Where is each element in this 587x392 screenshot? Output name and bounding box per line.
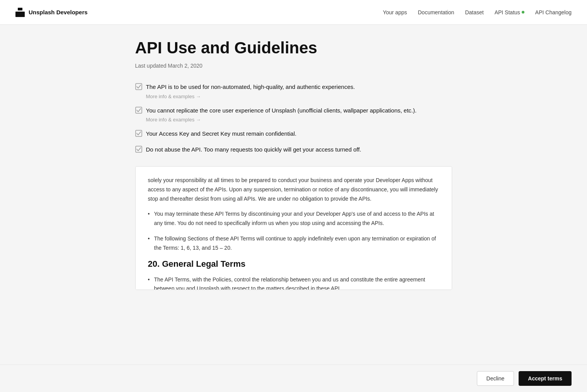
navbar: Unsplash Developers Your apps Documentat… [0,0,587,25]
api-status-dot [522,11,524,14]
checkbox-icon-3 [135,130,142,137]
nav-api-status-link[interactable]: API Status [495,9,520,15]
nav-api-status[interactable]: API Status [495,9,524,15]
terms-section-20-bullets: The API Terms, with the Policies, contro… [148,275,439,290]
nav-links: Your apps Documentation Dataset API Stat… [383,9,572,16]
page-title: API Use and Guidelines [135,39,452,57]
footer-buttons: Decline Accept terms [0,365,587,392]
more-info-link-2[interactable]: More info & examples → [146,117,452,123]
checklist-text-2: You cannot replicate the core user exper… [146,106,417,115]
checkbox-icon-4 [135,146,142,153]
checklist-item-1: The API is to be used for non-automated,… [135,83,452,99]
checklist-item-4: Do not abuse the API. Too many requests … [135,145,452,154]
terms-scrollbox[interactable]: solely your responsibility at all times … [135,166,452,290]
page-content: API Use and Guidelines Last updated Marc… [120,0,468,349]
decline-button[interactable]: Decline [477,371,514,386]
nav-api-changelog[interactable]: API Changelog [535,9,572,15]
checklist: The API is to be used for non-automated,… [135,83,452,154]
checklist-text-3: Your Access Key and Secret Key must rema… [146,130,297,138]
unsplash-logo-icon [15,8,25,17]
checkbox-icon-2 [135,107,142,114]
last-updated: Last updated March 2, 2020 [135,63,452,69]
terms-intro: solely your responsibility at all times … [148,176,439,203]
nav-documentation[interactable]: Documentation [418,9,454,15]
terms-bullets: You may terminate these API Terms by dis… [148,210,439,252]
checklist-row-3: Your Access Key and Secret Key must rema… [135,130,452,138]
checklist-row-1: The API is to be used for non-automated,… [135,83,452,92]
brand-logo[interactable]: Unsplash Developers [15,8,88,17]
svg-rect-1 [15,12,25,17]
checklist-item-2: You cannot replicate the core user exper… [135,106,452,123]
nav-dataset[interactable]: Dataset [465,9,483,15]
more-info-link-1[interactable]: More info & examples → [146,94,452,99]
brand-name: Unsplash Developers [29,9,88,15]
terms-bullet-1: You may terminate these API Terms by dis… [148,210,439,228]
accept-button[interactable]: Accept terms [519,371,572,386]
terms-section-20-title: 20. General Legal Terms [148,259,439,269]
checklist-item-3: Your Access Key and Secret Key must rema… [135,130,452,138]
nav-your-apps[interactable]: Your apps [383,9,407,15]
checklist-row-2: You cannot replicate the core user exper… [135,106,452,115]
terms-bullet-2: The following Sections of these API Term… [148,234,439,253]
svg-rect-0 [18,8,22,10]
checklist-row-4: Do not abuse the API. Too many requests … [135,145,452,154]
checkbox-icon-1 [135,83,142,90]
terms-section-20-bullet-1: The API Terms, with the Policies, contro… [148,275,439,290]
checklist-text-4: Do not abuse the API. Too many requests … [146,145,361,154]
checklist-text-1: The API is to be used for non-automated,… [146,83,355,92]
